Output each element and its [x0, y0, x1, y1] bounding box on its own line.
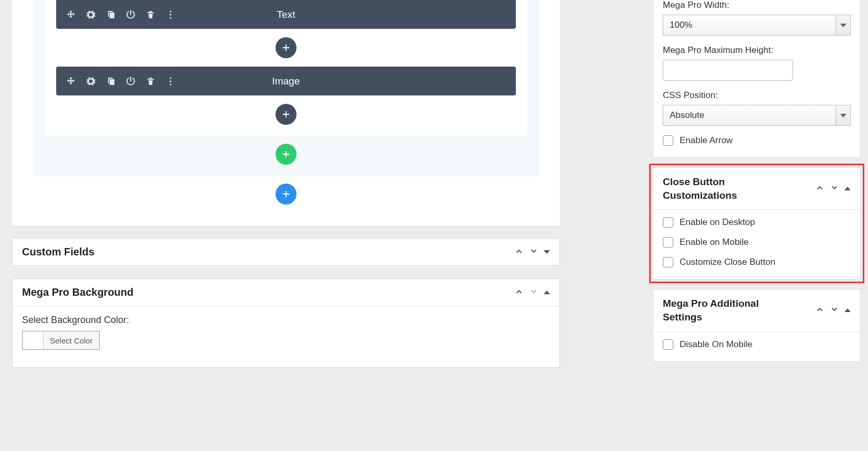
move-up-icon[interactable]	[514, 287, 524, 298]
plus-icon	[281, 43, 291, 52]
customize-close-checkbox[interactable]	[663, 257, 673, 267]
move-down-icon[interactable]	[529, 246, 538, 258]
move-down-icon[interactable]	[830, 305, 839, 316]
plus-icon	[281, 149, 291, 159]
dropdown-icon[interactable]	[835, 105, 850, 125]
check-label: Enable on Desktop	[680, 217, 755, 228]
plus-icon	[281, 189, 291, 199]
builder-outer: Text Image	[12, 0, 560, 225]
enable-mobile-checkbox[interactable]	[663, 237, 673, 248]
css-position-value: Absolute	[663, 110, 835, 121]
move-up-icon[interactable]	[514, 246, 524, 258]
color-picker[interactable]: Select Color	[22, 331, 100, 350]
check-label: Enable on Mobile	[680, 237, 748, 248]
max-height-input[interactable]	[663, 60, 793, 81]
check-label: Disable On Mobile	[680, 339, 753, 350]
width-value: 100%	[663, 20, 835, 30]
plus-icon	[281, 110, 291, 119]
add-row-button[interactable]	[276, 144, 297, 165]
select-color-button[interactable]: Select Color	[44, 331, 99, 349]
panel-title: Mega Pro Background	[22, 286, 133, 298]
check-label: Customize Close Button	[680, 257, 775, 267]
block-label: Image	[272, 76, 300, 87]
dropdown-icon[interactable]	[835, 15, 850, 35]
move-down-icon[interactable]	[830, 183, 839, 195]
add-module-button[interactable]	[276, 37, 297, 58]
enable-arrow-label: Enable Arrow	[680, 135, 733, 146]
enable-desktop-checkbox[interactable]	[663, 217, 673, 228]
block-label: Text	[277, 9, 295, 20]
css-position-label: CSS Position:	[663, 90, 851, 101]
panel-mega-pro-background: Mega Pro Background Select Background Co…	[12, 278, 560, 368]
css-position-select[interactable]: Absolute	[663, 105, 851, 126]
more-icon[interactable]	[165, 9, 176, 20]
panel-title: Mega Pro Additional Settings	[663, 297, 778, 324]
add-module-button[interactable]	[276, 104, 297, 125]
width-label: Mega Pro Width:	[663, 0, 851, 10]
panel-close-button-customizations: Close Button Customizations Enable on De…	[653, 167, 861, 280]
bg-color-label: Select Background Color:	[22, 315, 550, 326]
panel-mega-pro-settings: Mega Pro Width: 100% Mega Pro Maximum He…	[653, 0, 861, 158]
toggle-icon[interactable]	[544, 250, 550, 254]
move-down-icon[interactable]	[529, 287, 538, 298]
move-up-icon[interactable]	[815, 305, 824, 316]
block-text[interactable]: Text	[56, 0, 516, 29]
max-height-label: Mega Pro Maximum Height:	[663, 45, 851, 56]
enable-arrow-checkbox[interactable]	[663, 135, 673, 146]
panel-mega-pro-additional-settings: Mega Pro Additional Settings Disable On …	[653, 289, 861, 361]
toggle-icon[interactable]	[544, 291, 550, 294]
trash-icon[interactable]	[145, 9, 156, 20]
builder-section: Text Image	[45, 0, 527, 136]
color-swatch[interactable]	[23, 331, 44, 349]
panel-title: Custom Fields	[22, 246, 94, 258]
move-icon[interactable]	[66, 76, 76, 87]
move-icon[interactable]	[66, 9, 76, 20]
duplicate-icon[interactable]	[105, 76, 116, 87]
more-icon[interactable]	[165, 76, 176, 87]
block-image[interactable]: Image	[56, 67, 516, 95]
toggle-icon[interactable]	[844, 187, 851, 190]
panel-custom-fields: Custom Fields	[12, 238, 560, 266]
toggle-icon[interactable]	[844, 308, 851, 312]
builder-inner: Text Image	[33, 0, 539, 176]
add-section-button[interactable]	[276, 184, 297, 205]
width-select[interactable]: 100%	[663, 15, 851, 36]
gear-icon[interactable]	[86, 9, 96, 20]
disable-mobile-checkbox[interactable]	[663, 339, 673, 350]
power-icon[interactable]	[125, 76, 136, 87]
power-icon[interactable]	[125, 9, 136, 20]
gear-icon[interactable]	[86, 76, 96, 87]
panel-title: Close Button Customizations	[663, 175, 778, 202]
trash-icon[interactable]	[145, 76, 156, 87]
move-up-icon[interactable]	[815, 183, 824, 195]
duplicate-icon[interactable]	[105, 9, 116, 20]
